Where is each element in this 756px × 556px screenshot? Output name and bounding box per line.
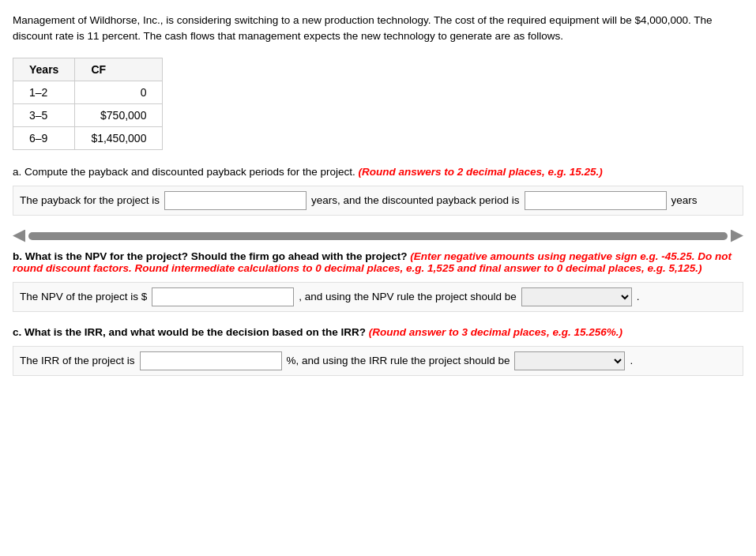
section-b: b. What is the NPV for the project? Shou…: [13, 250, 743, 312]
npv-label: The NPV of the project is $: [20, 291, 147, 302]
section-b-answer-row: The NPV of the project is $ , and using …: [13, 282, 743, 312]
section-c-answer-row: The IRR of the project is %, and using t…: [13, 346, 743, 376]
row-3-years: 6–9: [13, 126, 75, 149]
scroll-left-arrow[interactable]: [13, 230, 25, 242]
years-label-2: years: [671, 194, 698, 206]
section-c: c. What is the IRR, and what would be th…: [13, 326, 743, 376]
row-1-years: 1–2: [13, 81, 75, 103]
intro-text: Management of Wildhorse, Inc., is consid…: [13, 13, 743, 45]
section-a-answer-row: The payback for the project is years, an…: [13, 186, 743, 216]
irr-label: The IRR of the project is: [20, 355, 135, 366]
section-a: a. Compute the payback and discounted pa…: [13, 166, 743, 216]
years-label-1: years, and the discounted payback period…: [311, 194, 519, 206]
row-2-years: 3–5: [13, 103, 75, 126]
payback-label: The payback for the project is: [20, 194, 160, 206]
table-row: 1–2 0: [13, 81, 163, 103]
section-a-instruction: (Round answers to 2 decimal places, e.g.…: [359, 166, 603, 178]
scroll-right-arrow[interactable]: [731, 230, 743, 242]
irr-dot: .: [630, 355, 633, 366]
payback-input[interactable]: [164, 191, 307, 210]
col-years-header: Years: [13, 58, 75, 81]
scroll-track[interactable]: [28, 232, 728, 240]
irr-input[interactable]: [140, 351, 282, 370]
section-c-label: c. What is the IRR, and what would be th…: [13, 326, 743, 338]
cash-flow-table: Years CF 1–2 0 3–5 $750,000 6–9 $1,450,0…: [13, 58, 743, 150]
section-a-label: a. Compute the payback and discounted pa…: [13, 166, 743, 178]
row-1-cf: 0: [75, 81, 163, 103]
row-2-cf: $750,000: [75, 103, 163, 126]
npv-input[interactable]: [152, 287, 294, 306]
npv-dot: .: [637, 291, 640, 302]
irr-pct-label: %, and using the IRR rule the project sh…: [287, 355, 510, 366]
npv-rule-select[interactable]: accepted rejected: [521, 287, 632, 306]
table-row: 6–9 $1,450,000: [13, 126, 163, 149]
row-3-cf: $1,450,000: [75, 126, 163, 149]
section-c-instruction: (Round answer to 3 decimal places, e.g. …: [369, 326, 622, 338]
scroll-bar: [13, 230, 743, 242]
npv-rule-label: , and using the NPV rule the project sho…: [299, 291, 516, 302]
col-cf-header: CF: [75, 58, 163, 81]
section-b-label: b. What is the NPV for the project? Shou…: [13, 250, 743, 274]
irr-rule-select[interactable]: accepted rejected: [514, 351, 625, 370]
table-row: 3–5 $750,000: [13, 103, 163, 126]
discounted-payback-input[interactable]: [525, 191, 667, 210]
